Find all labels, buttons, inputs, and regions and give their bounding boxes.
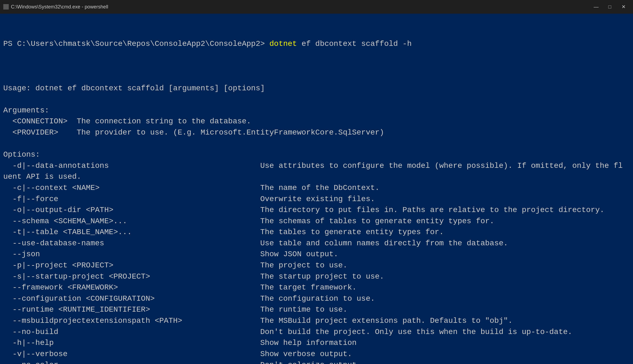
output-line: --no-build Don't build the project. Only… (3, 327, 630, 338)
title-bar-left: C:\Windows\System32\cmd.exe - powershell (3, 4, 108, 10)
output-line (3, 138, 630, 150)
output-line: -s|--startup-project <PROJECT> The start… (3, 271, 630, 282)
window-icon (3, 4, 9, 10)
title-bar-title: C:\Windows\System32\cmd.exe - powershell (11, 4, 108, 10)
output-line: -h|--help Show help information (3, 338, 630, 349)
output-line (3, 72, 630, 83)
output-line: Arguments: (3, 105, 630, 116)
output-line: Usage: dotnet ef dbcontext scaffold [arg… (3, 83, 630, 94)
command-args: ef dbcontext scaffold -h (297, 40, 412, 48)
output-line: uent API is used. (3, 171, 630, 183)
output-content: Usage: dotnet ef dbcontext scaffold [arg… (3, 72, 630, 364)
prompt-prefix: PS C:\Users\chmatsk\Source\Repos\Console… (3, 40, 270, 48)
output-line: -d|--data-annotations Use attributes to … (3, 160, 630, 172)
terminal-body: PS C:\Users\chmatsk\Source\Repos\Console… (0, 14, 633, 364)
command-prompt-line: PS C:\Users\chmatsk\Source\Repos\Console… (3, 38, 630, 50)
output-line: --configuration <CONFIGURATION> The conf… (3, 293, 630, 305)
svg-rect-0 (4, 5, 6, 7)
output-line: <PROVIDER> The provider to use. (E.g. Mi… (3, 127, 630, 138)
output-line: -v|--verbose Show verbose output. (3, 349, 630, 360)
svg-rect-3 (6, 7, 8, 9)
title-bar: C:\Windows\System32\cmd.exe - powershell… (0, 0, 633, 14)
svg-rect-1 (6, 5, 8, 7)
svg-rect-2 (4, 7, 6, 9)
close-button[interactable]: ✕ (617, 2, 630, 12)
output-line: -o|--output-dir <PATH> The directory to … (3, 205, 630, 216)
minimize-button[interactable]: — (590, 2, 602, 12)
title-bar-controls: — □ ✕ (590, 2, 630, 12)
command-text: dotnet (270, 40, 297, 48)
maximize-button[interactable]: □ (604, 2, 616, 12)
output-line: --schema <SCHEMA_NAME>... The schemas of… (3, 216, 630, 227)
output-line: --framework <FRAMEWORK> The target frame… (3, 282, 630, 293)
output-line (3, 94, 630, 105)
output-line: Options: (3, 149, 630, 160)
output-line: --json Show JSON output. (3, 249, 630, 260)
output-line: -f|--force Overwrite existing files. (3, 194, 630, 205)
output-line: -t|--table <TABLE_NAME>... The tables to… (3, 227, 630, 238)
output-line: -p|--project <PROJECT> The project to us… (3, 260, 630, 271)
output-line: --no-color Don't colorize output. (3, 360, 630, 364)
output-line: --use-database-names Use table and colum… (3, 238, 630, 249)
output-line: -c|--context <NAME> The name of the DbCo… (3, 183, 630, 194)
output-line: <CONNECTION> The connection string to th… (3, 116, 630, 127)
output-line: --msbuildprojectextensionspath <PATH> Th… (3, 315, 630, 327)
output-line: --runtime <RUNTIME_IDENTIFIER> The runti… (3, 304, 630, 315)
